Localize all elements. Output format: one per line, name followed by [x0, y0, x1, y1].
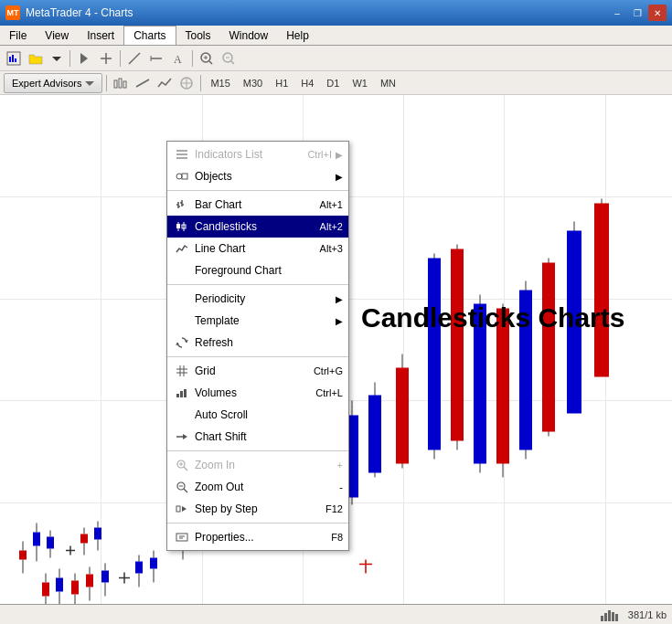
separator: [69, 50, 70, 67]
new-chart-btn[interactable]: [4, 48, 24, 69]
svg-rect-118: [176, 157, 187, 159]
menu-help[interactable]: Help: [277, 26, 318, 45]
menu-insert[interactable]: Insert: [78, 26, 123, 45]
menu-view[interactable]: View: [36, 26, 78, 45]
dd-periodicity[interactable]: Periodicity ▶: [167, 288, 348, 310]
svg-rect-138: [180, 391, 183, 397]
list-icon: [173, 146, 191, 163]
svg-rect-149: [176, 506, 180, 512]
zoomout-icon: [173, 479, 191, 495]
svg-marker-150: [182, 506, 187, 512]
svg-line-143: [184, 467, 187, 471]
grid-icon: [173, 363, 191, 379]
toolbar-main: A: [0, 46, 672, 71]
svg-rect-157: [612, 612, 614, 621]
properties-icon: [173, 529, 191, 545]
minimize-button[interactable]: –: [608, 5, 626, 21]
chart-icons-1[interactable]: [111, 73, 131, 93]
dd-properties[interactable]: Properties... F8: [167, 526, 348, 548]
svg-rect-95: [594, 204, 609, 377]
tf-w1[interactable]: W1: [347, 74, 373, 92]
cross-btn[interactable]: [96, 48, 116, 69]
expert-advisors-btn[interactable]: Expert Advisors: [4, 73, 102, 93]
title-bar: MT MetaTrader 4 - Charts – ❐ ✕: [0, 0, 672, 26]
svg-line-13: [209, 61, 212, 64]
svg-line-8: [129, 53, 140, 64]
dd-refresh[interactable]: Refresh: [167, 332, 348, 354]
candle-icon: [173, 218, 191, 235]
separator-tf: [106, 75, 107, 91]
tf-mn[interactable]: MN: [375, 74, 401, 92]
text-btn[interactable]: A: [168, 48, 188, 69]
svg-rect-20: [114, 80, 117, 88]
open-dropdown-btn[interactable]: [48, 48, 66, 69]
zoom-out-chart-btn[interactable]: [219, 48, 239, 69]
svg-rect-42: [94, 528, 101, 540]
dd-line-chart[interactable]: Line Chart Alt+3: [167, 238, 348, 259]
arrow-btn[interactable]: [74, 48, 94, 69]
dd-auto-scroll[interactable]: Auto Scroll: [167, 404, 348, 426]
line-btn[interactable]: [124, 48, 144, 69]
svg-rect-48: [56, 578, 63, 592]
dd-zoom-in[interactable]: Zoom In +: [167, 454, 348, 476]
bar-chart-icon: [173, 196, 191, 213]
dd-volumes[interactable]: Volumes Ctrl+L: [167, 382, 348, 404]
refresh-icon: [173, 334, 191, 351]
tf-m30[interactable]: M30: [238, 74, 268, 92]
svg-rect-21: [119, 79, 122, 88]
svg-marker-141: [183, 434, 187, 439]
chart-icons-4[interactable]: [176, 73, 197, 93]
tf-m15[interactable]: M15: [205, 74, 235, 92]
svg-rect-151: [176, 534, 187, 541]
svg-rect-137: [176, 394, 179, 397]
sep4: [167, 450, 348, 451]
svg-rect-83: [451, 249, 464, 441]
svg-rect-116: [176, 150, 187, 152]
hline-btn[interactable]: [146, 48, 166, 69]
bars-icon: [601, 608, 619, 621]
open-btn[interactable]: [26, 48, 46, 69]
dd-zoom-out[interactable]: Zoom Out -: [167, 476, 348, 498]
dd-foreground-chart[interactable]: Foreground Chart: [167, 259, 348, 281]
menu-charts[interactable]: Charts: [123, 26, 176, 45]
dd-objects[interactable]: Objects ▶: [167, 165, 348, 187]
tf-h1[interactable]: H1: [270, 74, 293, 92]
status-right: 381/1 kb: [601, 608, 667, 621]
chart-icons-2[interactable]: [133, 73, 153, 93]
svg-rect-81: [428, 259, 441, 450]
menu-file[interactable]: File: [0, 26, 36, 45]
dd-step-by-step[interactable]: Step by Step F12: [167, 498, 348, 520]
svg-text:A: A: [174, 53, 182, 66]
separator2: [120, 50, 121, 67]
dd-candlesticks[interactable]: Candlesticks Alt+2: [167, 216, 348, 238]
dd-indicators-list[interactable]: Indicators List Ctrl+I ▶: [167, 143, 348, 165]
zoom-in-chart-btn[interactable]: [197, 48, 217, 69]
svg-rect-128: [176, 224, 180, 228]
svg-rect-112: [396, 368, 409, 464]
close-button[interactable]: ✕: [648, 5, 667, 21]
autoscroll-icon: [173, 407, 191, 423]
zoomin-icon: [173, 457, 191, 473]
restore-button[interactable]: ❐: [628, 5, 646, 21]
toolbar-secondary: Expert Advisors M15 M30 H1 H4 D1 W1 MN: [0, 71, 672, 95]
sep1: [167, 190, 348, 191]
dd-chart-shift[interactable]: Chart Shift: [167, 426, 348, 448]
periodicity-icon: [173, 291, 191, 307]
app-icon: MT: [5, 5, 20, 20]
svg-rect-54: [86, 575, 93, 587]
tf-h4[interactable]: H4: [295, 74, 319, 92]
dd-bar-chart[interactable]: Bar Chart Alt+1: [167, 194, 348, 216]
dd-grid[interactable]: Grid Ctrl+G: [167, 360, 348, 382]
svg-rect-28: [19, 551, 27, 560]
chartshift-icon: [173, 428, 191, 445]
status-kb: 381/1 kb: [628, 609, 667, 620]
menu-window[interactable]: Window: [220, 26, 278, 45]
tf-d1[interactable]: D1: [321, 74, 345, 92]
menu-tools[interactable]: Tools: [176, 26, 220, 45]
svg-rect-34: [47, 537, 54, 549]
svg-line-23: [136, 79, 149, 87]
chart-icons-3[interactable]: [155, 73, 175, 93]
step-icon: [173, 501, 191, 517]
objects-icon: [173, 168, 191, 185]
dd-template[interactable]: Template ▶: [167, 310, 348, 332]
